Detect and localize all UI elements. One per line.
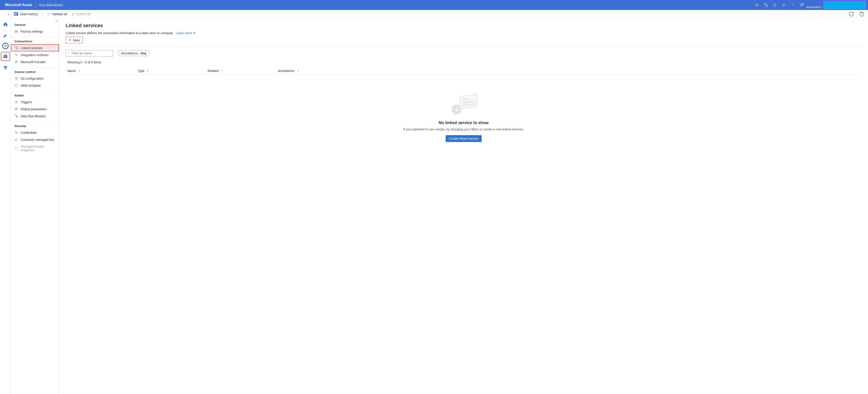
- empty-state: + No linked service to show If you expec…: [66, 75, 862, 151]
- left-rail: »: [0, 10, 11, 394]
- column-annotations[interactable]: Annotations: [278, 69, 860, 73]
- nav-group-connections: Connections: [11, 37, 59, 45]
- rail-monitor[interactable]: [2, 43, 9, 49]
- nav-item-factory-settings[interactable]: Factory settings: [11, 28, 59, 35]
- brand-title[interactable]: Microsoft Azure: [2, 3, 35, 7]
- nav-item-label: Linked services: [21, 46, 42, 50]
- new-button[interactable]: + New: [66, 37, 83, 44]
- resource-name[interactable]: Your-data-factory: [35, 3, 66, 7]
- svg-rect-18: [15, 115, 16, 116]
- rail-manage[interactable]: [1, 52, 9, 60]
- column-label: Related: [208, 69, 219, 73]
- svg-point-22: [15, 139, 17, 141]
- annotations-filter-label: Annotations :: [121, 51, 141, 55]
- nav-item-arm-template[interactable]: ARM template: [11, 82, 59, 89]
- column-related[interactable]: Related: [208, 69, 278, 73]
- nav-item-label: Data flow libraries: [21, 114, 46, 118]
- nav-item-global-parameters[interactable]: Global parameters: [11, 106, 59, 113]
- expand-rail-icon[interactable]: »: [6, 12, 11, 17]
- create-linked-service-button[interactable]: Create linked service: [446, 135, 482, 142]
- column-label: Type: [137, 69, 144, 73]
- nav-item-label: Microsoft Purview: [21, 60, 45, 64]
- nav-item-microsoft-purview[interactable]: Microsoft Purview: [11, 58, 59, 65]
- empty-heading: No linked service to show: [66, 120, 862, 125]
- sort-icon: [146, 69, 149, 73]
- rail-author[interactable]: [1, 31, 9, 39]
- discard-button[interactable]: [859, 11, 865, 17]
- page-description-text: Linked service defines the connection in…: [66, 31, 174, 35]
- nav-item-credentials[interactable]: Credentials: [11, 129, 59, 136]
- svg-point-21: [17, 133, 18, 134]
- gear-icon[interactable]: [779, 0, 788, 9]
- column-name[interactable]: Name: [67, 69, 137, 73]
- nav-item-label: Factory settings: [21, 30, 43, 33]
- annotations-filter[interactable]: Annotations : Any: [118, 50, 150, 56]
- sort-icon: [78, 69, 81, 73]
- bell-icon[interactable]: [770, 0, 779, 9]
- account-block[interactable]: MICROSOFT: [806, 1, 866, 9]
- column-label: Name: [67, 69, 76, 73]
- topbar: Microsoft Azure Your-data-factory MICROS…: [0, 0, 868, 10]
- resource-picker[interactable]: Data Factory ⌄: [14, 12, 43, 16]
- nav-item-label: Git configuration: [21, 77, 44, 80]
- showing-count: Showing 0 - 0 of 0 items: [67, 60, 862, 64]
- nav-item-customer-managed-key[interactable]: Customer managed key: [11, 136, 59, 143]
- validate-all-button[interactable]: Validate all: [47, 12, 67, 16]
- filter-input[interactable]: [71, 51, 111, 55]
- rail-home[interactable]: [1, 20, 9, 28]
- annotations-filter-value: Any: [141, 51, 146, 55]
- nav-group-author: Author: [11, 91, 59, 98]
- git-icon: [14, 77, 18, 80]
- nav-item-label: Credentials: [21, 131, 37, 135]
- collapse-nav-icon[interactable]: «: [55, 19, 57, 23]
- nav-item-linked-services[interactable]: Linked services: [11, 45, 59, 51]
- nav-item-label: Managed private endpoints: [21, 145, 55, 152]
- data-flow-libraries-icon: [14, 114, 18, 118]
- validate-all-label: Validate all: [52, 12, 67, 16]
- main-content: Linked services Linked service defines t…: [59, 18, 868, 394]
- linked-services-icon: [14, 46, 18, 50]
- nav-item-integration-runtimes[interactable]: Integration runtimes: [11, 51, 59, 58]
- learn-more-link[interactable]: Learn more: [176, 31, 195, 35]
- flow-icon[interactable]: [761, 0, 770, 9]
- nav-item-git-configuration[interactable]: Git configuration: [11, 75, 59, 82]
- tenant-swatch: [823, 1, 866, 9]
- trigger-icon: [14, 100, 18, 104]
- svg-point-14: [16, 61, 17, 62]
- svg-rect-8: [72, 14, 74, 15]
- column-type[interactable]: Type: [137, 69, 208, 73]
- empty-text: If you expected to see results, try chan…: [66, 128, 862, 131]
- svg-point-20: [16, 131, 17, 133]
- filter-row: Annotations : Any: [66, 50, 862, 56]
- funnel-icon: [68, 52, 70, 55]
- separator: [66, 47, 862, 47]
- nav-item-label: ARM template: [21, 84, 41, 87]
- svg-point-3: [793, 6, 793, 6]
- svg-point-15: [16, 78, 17, 79]
- person-feedback-icon[interactable]: [798, 0, 806, 9]
- filter-by-name[interactable]: [66, 50, 113, 56]
- nav-item-label: Customer managed key: [21, 138, 54, 142]
- nav-item-data-flow-libraries[interactable]: Data flow libraries: [11, 113, 59, 119]
- nav-item-label: Triggers: [21, 100, 32, 104]
- svg-point-2: [783, 4, 784, 6]
- column-label: Annotations: [278, 69, 294, 73]
- nav-group-security: Security: [11, 121, 59, 129]
- rail-learn[interactable]: [1, 64, 9, 72]
- announcement-icon[interactable]: [752, 0, 761, 9]
- nav-item-label: Integration runtimes: [21, 53, 49, 57]
- top-toolbar: Data Factory ⌄ Validate all Publish all: [11, 10, 868, 18]
- svg-rect-1: [766, 5, 767, 6]
- page-description: Linked service defines the connection in…: [66, 31, 862, 35]
- chevron-down-icon: ⌄: [41, 13, 43, 15]
- page-title: Linked services: [66, 23, 862, 29]
- svg-rect-9: [15, 31, 18, 33]
- sort-icon: [296, 69, 299, 73]
- svg-rect-0: [764, 3, 765, 4]
- nav-item-managed-private-endpoints: Managed private endpoints: [11, 143, 59, 153]
- arm-template-icon: [14, 84, 18, 87]
- publish-all-button: Publish all: [71, 12, 91, 16]
- refresh-button[interactable]: [848, 11, 855, 17]
- nav-item-triggers[interactable]: Triggers: [11, 98, 59, 106]
- help-icon[interactable]: [788, 0, 798, 9]
